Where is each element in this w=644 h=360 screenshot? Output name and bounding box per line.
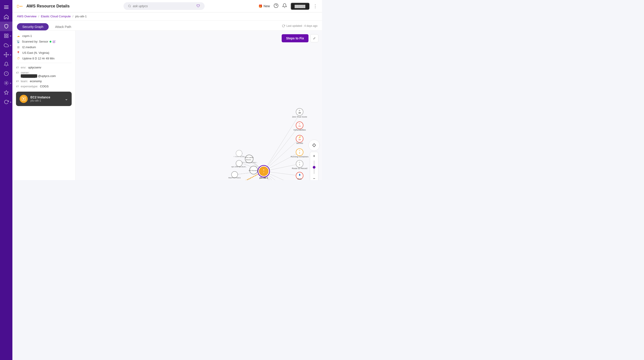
svg-rect-25 (76, 99, 322, 180)
gift-icon: 🎁 (258, 4, 262, 8)
graph-svg: ⟳ 16 Zero Trust Score ⟳ 11 Vulnerabiliti… (76, 31, 322, 180)
search-input[interactable] (133, 4, 195, 8)
ec2-chevron-icon[interactable]: ⌄ (65, 96, 68, 101)
region-info: 📍 US East (N. Virginia) (16, 51, 72, 54)
svg-text:⟳: ⟳ (299, 161, 300, 163)
svg-text:MacFreeTrial11: MacFreeTrial11 (228, 177, 241, 179)
graph-area: Steps to Fix ⤢ (76, 31, 322, 180)
svg-text:⊙: ⊙ (299, 149, 300, 151)
sidebar-item-home[interactable] (0, 12, 12, 22)
nav-controls: + − (308, 140, 320, 180)
svg-marker-17 (4, 90, 8, 94)
zoom-slider[interactable] (314, 161, 314, 174)
new-button[interactable]: 🎁 New (258, 4, 270, 8)
navbar: aws AWS Resource Details 🛡 🎁 New ▓▓▓▓▓ ⋮ (12, 0, 322, 12)
sidebar-item-grid[interactable]: ▶ (0, 31, 12, 40)
profile-button[interactable]: ▓▓▓▓▓ (291, 3, 310, 10)
svg-text:11: 11 (298, 125, 301, 127)
sidebar-item-alert[interactable] (0, 69, 12, 78)
aws-logo: aws (17, 4, 24, 8)
svg-rect-4 (4, 34, 6, 35)
svg-point-11 (4, 54, 5, 55)
sidebar-item-refresh[interactable]: ▶ (0, 97, 12, 107)
search-bar[interactable]: 🛡 (124, 2, 204, 10)
svg-text:Running Containers: Running Containers (291, 156, 309, 158)
steps-to-fix-button[interactable]: Steps to Fix (282, 34, 308, 42)
svg-text:ops-1352-ep-ubunt...: ops-1352-ep-ubunt... (231, 166, 247, 168)
svg-point-19 (128, 5, 130, 7)
tag-expensetype: 🏷 expensetype: COGS (16, 85, 72, 88)
svg-text:SSH Lateral Movem...: SSH Lateral Movem... (240, 161, 258, 163)
left-panel: ☁ cspm-1 📡 Scanned by: Sensor ⊞ t2.mediu… (12, 31, 76, 180)
svg-text:ptu-atk-1: ptu-atk-1 (260, 177, 268, 179)
zoom-out-button[interactable]: − (311, 175, 317, 180)
svg-rect-1 (4, 7, 8, 7)
tag-team: 🏷 team: economy (16, 79, 72, 83)
svg-point-9 (6, 52, 7, 53)
sidebar-item-settings[interactable]: ▶ (0, 78, 12, 88)
svg-text:2: 2 (299, 152, 300, 154)
svg-text:Route S3 Record: Route S3 Record (292, 167, 307, 170)
svg-marker-3 (4, 15, 8, 19)
tab-security-graph[interactable]: Security Graph (17, 23, 49, 30)
tag-env: 🏷 env: uptycsenv (16, 66, 72, 69)
sidebar-item-shield[interactable] (0, 22, 12, 31)
svg-line-20 (130, 7, 130, 7)
edit-icon[interactable] (53, 40, 56, 43)
svg-rect-2 (4, 8, 8, 9)
help-icon[interactable] (274, 3, 278, 9)
bell-icon[interactable] (282, 3, 287, 9)
svg-text:SSH Lateral: SSH Lateral (245, 157, 254, 158)
new-label: New (264, 4, 270, 8)
svg-text:aws: aws (20, 5, 22, 7)
breadcrumb-ec2[interactable]: Elastic Cloud Compute (41, 15, 71, 18)
svg-rect-0 (4, 6, 8, 6)
ec2-card[interactable]: EC2 Instance ptu-atk-1 ⌄ (16, 92, 72, 106)
sensor-dot (50, 41, 52, 42)
tag-owner: 🏷 owner: ▓▓▓▓▓▓ @uptycs.com (16, 71, 72, 78)
svg-text:👤: 👤 (298, 174, 301, 176)
tabs-bar: Security Graph Attack Path Last updated … (12, 20, 322, 31)
svg-text:Role: Role (298, 178, 302, 180)
sidebar-item-star[interactable] (0, 88, 12, 97)
breadcrumb-aws-overview[interactable]: AWS Overview (17, 15, 36, 18)
svg-point-16 (6, 82, 7, 84)
svg-text:🔑: 🔑 (298, 136, 301, 138)
tab-attack-path[interactable]: Attack Path (50, 23, 76, 30)
cspm-info: ☁ cspm-1 (16, 34, 72, 37)
instance-type-info: ⊞ t2.medium (16, 45, 72, 49)
svg-rect-6 (4, 36, 6, 37)
svg-text:⟳: ⟳ (299, 110, 300, 112)
svg-text:API Accesss: API Accesss (249, 170, 259, 172)
sidebar-item-cloud[interactable]: ▶ (0, 40, 12, 50)
ec2-icon (20, 95, 28, 103)
svg-text:Zero Trust Score: Zero Trust Score (292, 116, 307, 118)
zoom-in-button[interactable]: + (311, 153, 317, 159)
more-icon[interactable]: ⋮ (313, 3, 318, 9)
sidebar-item-notifications[interactable] (0, 59, 12, 69)
svg-text:10: 10 (298, 138, 301, 141)
page-title: AWS Resource Details (26, 4, 70, 8)
svg-text:Movem...: Movem... (246, 159, 252, 161)
sidebar: ▶ ▶ ▶ ▶ ▶ (0, 0, 12, 180)
nav-pan[interactable] (308, 140, 320, 151)
svg-point-12 (8, 54, 8, 55)
svg-text:Secrets: Secrets (296, 142, 303, 144)
sidebar-item-apps[interactable]: ▶ (0, 50, 12, 59)
svg-text:Vulnerabilities: Vulnerabilities (294, 129, 306, 131)
svg-text:+ more assets: + more assets (234, 156, 245, 158)
svg-text:1: 1 (299, 163, 300, 166)
breadcrumb-current: ptu-atk-1 (75, 15, 86, 18)
expand-button[interactable]: ⤢ (310, 34, 318, 42)
svg-text:⟳: ⟳ (299, 123, 300, 125)
sensor-info: 📡 Scanned by: Sensor (16, 40, 72, 43)
sidebar-menu-icon[interactable] (0, 2, 12, 12)
svg-point-10 (6, 56, 7, 57)
svg-point-8 (6, 54, 7, 55)
svg-text:★: ★ (263, 169, 264, 171)
svg-point-24 (23, 98, 24, 99)
uptime-info: ⏱ Uptime 8 D 12 Hr 49 Min (16, 57, 72, 60)
last-updated: Last updated : 4 days ago (282, 24, 318, 29)
svg-rect-5 (6, 34, 8, 35)
svg-rect-7 (6, 36, 8, 37)
